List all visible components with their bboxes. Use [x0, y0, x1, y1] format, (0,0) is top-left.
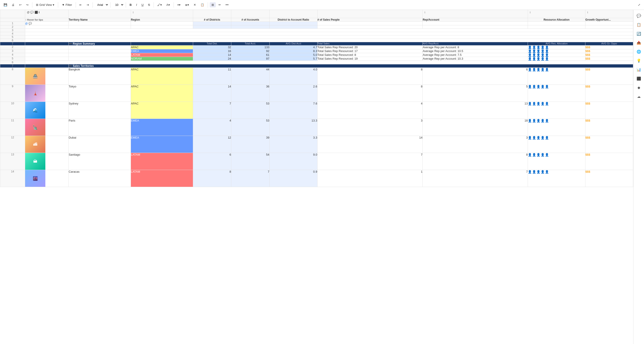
sidebar-chart-icon[interactable]: 📊 — [635, 65, 643, 74]
caracas-territory[interactable]: Caracas — [68, 170, 131, 187]
paris-accounts[interactable]: 53 — [231, 119, 270, 136]
draw-button[interactable]: ✏ — [217, 2, 223, 7]
sydney-repaccount[interactable]: 13 — [422, 102, 528, 119]
tokyo-accounts[interactable]: 36 — [231, 85, 270, 102]
santiago-ratio[interactable]: 9.0 — [270, 153, 317, 170]
row1-growth[interactable] — [585, 22, 633, 25]
row2-sales[interactable] — [317, 25, 422, 29]
santiago-region[interactable]: LATAM — [131, 153, 193, 170]
dubai-region[interactable]: EMEA — [131, 136, 193, 153]
dubai-repaccount[interactable]: 3 — [422, 136, 528, 153]
undo-button[interactable]: ↩ — [17, 2, 23, 7]
bangkok-repaccount[interactable]: 6 — [422, 68, 528, 85]
caracas-repaccount[interactable]: 7 — [422, 170, 528, 187]
section-collapse-icon[interactable]: ➖ — [69, 64, 72, 67]
tokyo-ratio[interactable]: 2.6 — [270, 85, 317, 102]
sidebar-globe-icon[interactable]: 🌐 — [635, 47, 643, 56]
row1-rep[interactable] — [422, 22, 528, 25]
dubai-accounts[interactable]: 39 — [231, 136, 270, 153]
caracas-districts[interactable]: 8 — [193, 170, 231, 187]
row2-accounts[interactable] — [231, 25, 270, 29]
row2-region[interactable] — [131, 25, 193, 29]
indent-inc-button[interactable]: ⇥ — [85, 2, 91, 7]
sidebar-refresh-icon[interactable]: 🔄 — [635, 30, 643, 38]
font-color-button[interactable]: A▾ — [164, 2, 172, 7]
sydney-accounts[interactable]: 53 — [231, 102, 270, 119]
sidebar-clipboard-icon[interactable]: 📋 — [635, 21, 643, 29]
row1-territory[interactable] — [68, 22, 131, 25]
row1-resource[interactable] — [528, 22, 586, 25]
spreadsheet-container[interactable]: @ 💬 ⬛ ℹ ℹ — [0, 10, 633, 344]
paris-ratio[interactable]: 13.3 — [270, 119, 317, 136]
collapse-icon[interactable]: ➖ — [69, 42, 72, 45]
sidebar-chat-icon[interactable]: 💬 — [635, 12, 643, 20]
sidebar-upload-icon[interactable]: 📤 — [635, 39, 643, 47]
bangkok-districts[interactable]: 11 — [193, 68, 231, 85]
bangkok-salespeople[interactable]: 8 — [317, 68, 422, 85]
sydney-region[interactable]: APAC — [131, 102, 193, 119]
sidebar-grid-icon[interactable]: ⬛ — [635, 74, 643, 83]
italic-button[interactable]: I — [134, 2, 139, 7]
save-button[interactable]: 💾 — [2, 2, 9, 7]
paris-salespeople[interactable]: 3 — [317, 119, 422, 136]
paris-repaccount[interactable]: 18 — [422, 119, 528, 136]
format-button[interactable]: 📋 — [199, 2, 206, 7]
redo-button[interactable]: ↪ — [24, 2, 30, 7]
tokyo-region[interactable]: APAC — [131, 85, 193, 102]
more-button[interactable]: ••• — [224, 2, 230, 7]
indent-dec-button[interactable]: ⇤ — [78, 2, 84, 7]
tokyo-salespeople[interactable]: 8 — [317, 85, 422, 102]
clear-button[interactable]: ✕ — [192, 2, 198, 7]
paris-territory[interactable]: Paris — [68, 119, 131, 136]
sydney-districts[interactable]: 7 — [193, 102, 231, 119]
sydney-territory[interactable]: Sydney — [68, 102, 131, 119]
dubai-salespeople[interactable]: 14 — [317, 136, 422, 153]
bangkok-accounts[interactable]: 44 — [231, 68, 270, 85]
font-select[interactable]: Arial — [94, 2, 109, 8]
row1-sales[interactable] — [317, 22, 422, 25]
grid-view-button[interactable]: ⊞ Grid View ▾ — [34, 2, 56, 7]
wrap-button[interactable]: ≣▾ — [183, 2, 191, 7]
sydney-ratio[interactable]: 7.6 — [270, 102, 317, 119]
strikethrough-button[interactable]: S — [146, 2, 152, 7]
dubai-ratio[interactable]: 3.3 — [270, 136, 317, 153]
paris-districts[interactable]: 4 — [193, 119, 231, 136]
dubai-districts[interactable]: 12 — [193, 136, 231, 153]
row2-districts[interactable] — [193, 25, 231, 29]
row1-region[interactable] — [131, 22, 193, 25]
tokyo-districts[interactable]: 14 — [193, 85, 231, 102]
row1-ratio[interactable] — [270, 22, 317, 25]
sidebar-cloud-icon[interactable]: ☁ — [635, 92, 643, 100]
sydney-salespeople[interactable]: 4 — [317, 102, 422, 119]
print-button[interactable]: 🖨 — [10, 2, 16, 7]
santiago-accounts[interactable]: 54 — [231, 153, 270, 170]
bangkok-territory[interactable]: Bangkok — [68, 68, 131, 85]
row2-img[interactable] — [25, 25, 68, 29]
santiago-districts[interactable]: 6 — [193, 153, 231, 170]
highlight-button[interactable]: 🖊▾ — [156, 2, 164, 7]
row2-ratio[interactable] — [270, 25, 317, 29]
caracas-region[interactable]: LATAM — [131, 170, 193, 187]
row1-districts[interactable] — [193, 22, 231, 25]
row2-territory[interactable] — [68, 25, 131, 29]
row2-resource[interactable] — [528, 25, 586, 29]
dubai-territory[interactable]: Dubai — [68, 136, 131, 153]
tokyo-territory[interactable]: Tokyo — [68, 85, 131, 102]
row2-growth[interactable] — [585, 25, 633, 29]
bangkok-ratio[interactable]: 4.0 — [270, 68, 317, 85]
bold-button[interactable]: B — [128, 2, 134, 7]
sidebar-bulb-icon[interactable]: 💡 — [635, 56, 643, 65]
filter-button[interactable]: ▼ Filter — [60, 2, 74, 7]
grid-icon-button[interactable]: ⊞ — [210, 2, 216, 7]
bangkok-region[interactable]: APAC — [131, 68, 193, 85]
row1-accounts[interactable] — [231, 22, 270, 25]
underline-button[interactable]: U — [140, 2, 145, 7]
santiago-territory[interactable]: Santiago — [68, 153, 131, 170]
caracas-salespeople[interactable]: 1 — [317, 170, 422, 187]
caracas-ratio[interactable]: 0.9 — [270, 170, 317, 187]
paris-region[interactable]: EMEA — [131, 119, 193, 136]
tokyo-repaccount[interactable]: 5 — [422, 85, 528, 102]
santiago-repaccount[interactable]: 8 — [422, 153, 528, 170]
row2-rep[interactable] — [422, 25, 528, 29]
size-select[interactable]: 10 — [112, 2, 124, 8]
